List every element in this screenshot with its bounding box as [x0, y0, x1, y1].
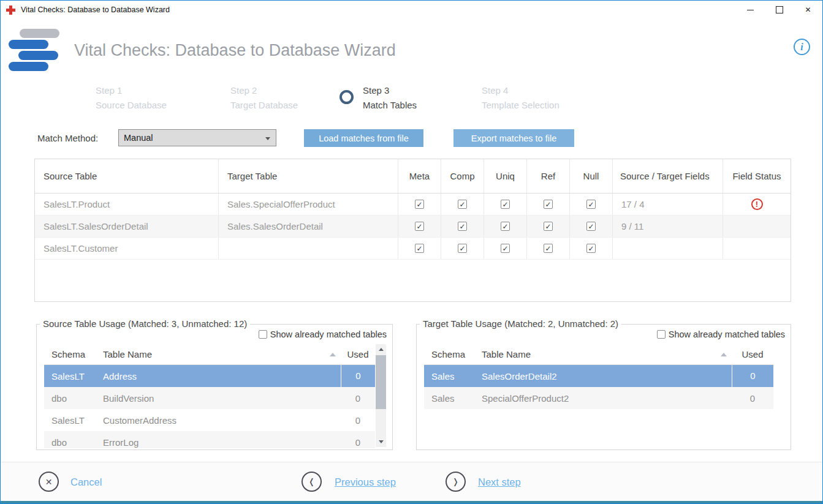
ref-checkbox[interactable]	[544, 244, 553, 253]
usage-row[interactable]: dbo BuildVersion 0	[44, 387, 375, 409]
scroll-down-icon[interactable]	[376, 437, 386, 447]
show-matched-toggle-target[interactable]: Show already matched tables	[657, 329, 785, 339]
show-matched-checkbox[interactable]	[657, 330, 666, 339]
cancel-icon[interactable]	[39, 472, 59, 492]
show-matched-label: Show already matched tables	[669, 329, 785, 339]
col-comp: Comp	[441, 159, 484, 193]
col-used: Used	[341, 349, 375, 359]
usage-row[interactable]: Sales SalesOrderDetail2 0	[424, 365, 773, 387]
logo-bar-gray	[20, 29, 59, 38]
match-method-select[interactable]: Manual	[118, 129, 276, 146]
comp-checkbox[interactable]	[458, 222, 467, 231]
cancel-button[interactable]: Cancel	[70, 476, 102, 488]
col-meta: Meta	[398, 159, 441, 193]
source-usage-title: Source Table Usage (Matched: 3, Unmatche…	[40, 318, 250, 329]
step-3-sublabel: Match Tables	[363, 100, 417, 110]
active-step-icon	[339, 90, 354, 104]
meta-checkbox[interactable]	[415, 200, 424, 209]
fields-count-cell: 9 / 11	[613, 216, 723, 237]
step-4-label: Step 4	[482, 85, 508, 96]
source-usage-group: Source Table Usage (Matched: 3, Unmatche…	[36, 324, 393, 450]
null-checkbox[interactable]	[586, 222, 596, 231]
table-name-cell: SpecialOfferProduct2	[474, 393, 732, 404]
source-usage-header: Schema Table Name Used	[44, 344, 375, 365]
source-table-cell: SalesLT.Product	[35, 194, 219, 215]
maximize-button[interactable]	[765, 1, 794, 19]
step-1-sublabel: Source Database	[96, 100, 167, 110]
ref-checkbox[interactable]	[544, 222, 553, 231]
col-table-name[interactable]: Table Name	[96, 349, 341, 359]
match-row[interactable]: SalesLT.SalesOrderDetail Sales.SalesOrde…	[35, 216, 791, 238]
logo-bar-blue	[18, 51, 58, 60]
source-usage-table: Schema Table Name Used SalesLT Address 0…	[44, 344, 375, 448]
comp-checkbox[interactable]	[458, 200, 467, 209]
used-cell: 0	[341, 365, 375, 387]
next-step-icon[interactable]	[446, 472, 466, 492]
uniq-checkbox[interactable]	[501, 200, 510, 209]
footer-bar: Cancel Previous step Next step	[1, 462, 822, 501]
show-matched-toggle-source[interactable]: Show already matched tables	[259, 329, 387, 339]
col-table-name[interactable]: Table Name	[474, 349, 732, 359]
sort-ascending-icon	[330, 353, 336, 356]
table-name-cell: CustomerAddress	[96, 415, 341, 426]
target-table-cell: Sales.SalesOrderDetail	[219, 216, 398, 237]
export-matches-button[interactable]: Export matches to file	[453, 129, 574, 147]
match-row[interactable]: SalesLT.Customer	[35, 238, 791, 260]
usage-row[interactable]: dbo ErrorLog 0	[44, 431, 375, 448]
match-row[interactable]: SalesLT.Product Sales.SpecialOfferProduc…	[35, 194, 791, 216]
next-step-button[interactable]: Next step	[478, 476, 521, 488]
source-table-cell: SalesLT.SalesOrderDetail	[35, 216, 219, 237]
show-matched-checkbox[interactable]	[259, 330, 267, 339]
fields-count-cell: 17 / 4	[613, 194, 723, 215]
field-status-error-icon[interactable]	[751, 198, 763, 210]
info-icon[interactable]	[794, 39, 810, 55]
null-checkbox[interactable]	[586, 244, 596, 253]
schema-cell: SalesLT	[44, 415, 96, 426]
col-used: Used	[732, 349, 773, 359]
col-ref: Ref	[527, 159, 570, 193]
schema-cell: Sales	[424, 393, 474, 404]
load-matches-button[interactable]: Load matches from file	[304, 129, 423, 147]
used-cell: 0	[732, 365, 773, 387]
null-checkbox[interactable]	[586, 200, 596, 209]
uniq-checkbox[interactable]	[501, 222, 510, 231]
col-source-target-fields: Source / Target Fields	[613, 159, 723, 193]
vertical-scrollbar[interactable]	[376, 344, 386, 447]
used-cell: 0	[341, 415, 375, 426]
title-bar: Vital Checks: Database to Database Wizar…	[1, 1, 822, 19]
step-2-label: Step 2	[230, 85, 257, 96]
scrollbar-thumb[interactable]	[376, 355, 386, 409]
col-field-status: Field Status	[723, 159, 791, 193]
usage-row[interactable]: Sales SpecialOfferProduct2 0	[424, 387, 773, 409]
step-3-label: Step 3	[363, 85, 389, 96]
col-uniq: Uniq	[484, 159, 527, 193]
scroll-up-icon[interactable]	[376, 344, 386, 355]
uniq-checkbox[interactable]	[501, 244, 510, 253]
target-usage-header: Schema Table Name Used	[424, 344, 773, 365]
source-table-cell: SalesLT.Customer	[35, 238, 219, 259]
step-4-sublabel: Template Selection	[482, 100, 559, 110]
minimize-button[interactable]	[736, 1, 765, 19]
schema-cell: dbo	[44, 437, 96, 448]
ref-checkbox[interactable]	[544, 200, 553, 209]
close-button[interactable]	[794, 1, 822, 19]
meta-checkbox[interactable]	[415, 222, 424, 231]
usage-row[interactable]: SalesLT Address 0	[44, 365, 375, 387]
chevron-down-icon	[265, 137, 270, 140]
table-name-cell: SalesOrderDetail2	[474, 371, 732, 382]
app-window: Vital Checks: Database to Database Wizar…	[0, 0, 823, 504]
window-controls	[736, 1, 822, 19]
used-cell: 0	[341, 437, 375, 448]
field-status-cell	[723, 216, 791, 237]
target-table-cell	[219, 238, 398, 259]
match-method-value: Manual	[124, 133, 153, 143]
window-title: Vital Checks: Database to Database Wizar…	[21, 6, 170, 14]
previous-step-button[interactable]: Previous step	[335, 476, 396, 488]
meta-checkbox[interactable]	[415, 244, 424, 253]
comp-checkbox[interactable]	[458, 244, 467, 253]
match-table-header: Source Table Target Table Meta Comp Uniq…	[35, 159, 791, 194]
usage-row[interactable]: SalesLT CustomerAddress 0	[44, 409, 375, 431]
previous-step-icon[interactable]	[302, 472, 322, 492]
table-name-cell: BuildVersion	[96, 393, 341, 404]
logo-bar-blue	[9, 40, 48, 49]
